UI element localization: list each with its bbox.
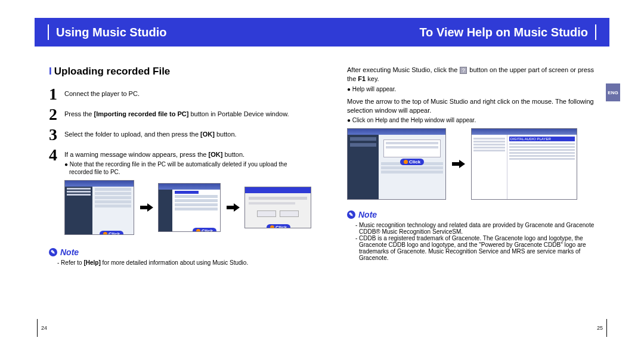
header-bar: Using Music Studio To View Help on Music… xyxy=(35,18,609,47)
step-number: 1 xyxy=(49,86,64,103)
arrow-right-icon xyxy=(227,204,239,211)
section-subheading: IUploading recorded File xyxy=(49,66,311,78)
note-block: ✎ Note Refer to [Help] for more detailed… xyxy=(49,246,311,266)
step-text-suffix: button. xyxy=(215,131,237,138)
note-label: Note xyxy=(358,210,377,219)
arrow-right-icon xyxy=(140,204,152,211)
screenshot-folder: Click xyxy=(158,183,221,232)
screenshot-row: Click DIGITAL AUDIO PLAYER xyxy=(347,128,600,200)
step-text-bold: [Importing recorded file to PC] xyxy=(94,110,189,117)
language-tab: ENG xyxy=(606,83,620,101)
note-suffix: for more detailed information about usin… xyxy=(101,259,248,266)
divider-icon xyxy=(606,319,607,337)
arrow-right-icon xyxy=(452,160,465,168)
step-item: 2 Press the [Importing recorded file to … xyxy=(49,106,311,123)
screenshot-music-studio: Click xyxy=(347,128,446,200)
click-badge: Click xyxy=(193,228,216,232)
steps-list: 1 Connect the player to PC. 2 Press the … xyxy=(49,86,311,176)
click-label: Click xyxy=(409,159,420,165)
screenshot-import: Click xyxy=(64,180,134,235)
step-number: 4 xyxy=(49,147,64,176)
divider-icon xyxy=(48,24,49,40)
step-text-prefix: Select the folder to upload, and then pr… xyxy=(64,131,200,138)
note-bold: [Help] xyxy=(83,259,100,266)
click-label: Click xyxy=(275,225,287,228)
click-badge: Click xyxy=(267,224,290,228)
left-page-content: IUploading recorded File 1 Connect the p… xyxy=(49,66,311,266)
step-body: Select the folder to upload, and then pr… xyxy=(64,126,311,143)
subheading-text: Uploading recorded File xyxy=(54,66,171,77)
note-item: CDDB is a registered trademark of Gracen… xyxy=(347,235,600,261)
right-chapter-title: To View Help on Music Studio xyxy=(419,18,596,47)
step-body: Press the [Importing recorded file to PC… xyxy=(64,106,311,123)
step-text-suffix: button in Portable Device window. xyxy=(188,110,289,117)
step-number: 3 xyxy=(49,126,64,143)
step-item: 3 Select the folder to upload, and then … xyxy=(49,126,311,143)
right-title-text: To View Help on Music Studio xyxy=(419,26,588,39)
page-number-right: 25 xyxy=(597,319,607,337)
note-label: Note xyxy=(60,247,79,257)
step-number: 2 xyxy=(49,106,64,123)
pencil-icon: ✎ xyxy=(49,248,57,256)
help-window-title: DIGITAL AUDIO PLAYER xyxy=(509,137,575,141)
left-chapter-title: Using Music Studio xyxy=(48,18,167,47)
help-icon: ? xyxy=(460,67,467,74)
page-number-left: 24 xyxy=(37,319,47,337)
right-page-content: After executing Music Studio, click the … xyxy=(347,66,600,261)
language-tab-text: ENG xyxy=(608,90,618,95)
step-text-suffix: button. xyxy=(222,151,244,158)
subheading-marker: I xyxy=(49,66,52,77)
page-number-text: 24 xyxy=(41,325,47,331)
intro-text: After executing Music Studio, click the … xyxy=(347,66,600,83)
note-heading: ✎ Note xyxy=(347,210,377,219)
screenshot-help-window: DIGITAL AUDIO PLAYER xyxy=(471,128,577,200)
bullet-click-help: Click on Help and the Help window will a… xyxy=(347,117,600,123)
page-number-text: 25 xyxy=(597,325,603,331)
intro-prefix: After executing Music Studio, click the xyxy=(347,66,459,73)
click-badge: Click xyxy=(100,231,123,235)
intro-suffix: key. xyxy=(366,75,379,82)
step-text-bold: [OK] xyxy=(200,131,215,138)
step-body: Connect the player to PC. xyxy=(64,86,311,103)
step-subnote: Note that the recording file in the PC w… xyxy=(64,160,311,176)
pencil-icon: ✎ xyxy=(347,210,355,219)
step-text-prefix: If a warning message window appears, pre… xyxy=(64,151,209,158)
step-text-bold: [OK] xyxy=(209,151,223,158)
click-label: Click xyxy=(202,228,213,232)
note-item: Music recognition technology and related… xyxy=(347,222,600,235)
step-item: 1 Connect the player to PC. xyxy=(49,86,311,103)
step-item: 4 If a warning message window appears, p… xyxy=(49,147,311,176)
note-body: Refer to [Help] for more detailed inform… xyxy=(49,259,311,266)
screenshot-row: Click Click xyxy=(64,180,311,235)
click-badge: Click xyxy=(400,159,424,165)
para-move-arrow: Move the arrow to the top of Music Studi… xyxy=(347,97,600,115)
note-heading: ✎ Note xyxy=(49,247,79,257)
step-text-prefix: Press the xyxy=(64,110,94,117)
screenshot-warning: Click xyxy=(244,187,311,228)
manual-spread: Using Music Studio To View Help on Music… xyxy=(0,0,644,350)
step-body: If a warning message window appears, pre… xyxy=(64,147,311,176)
bullet-help-appear: Help will appear. xyxy=(347,86,600,92)
divider-icon xyxy=(595,24,596,40)
left-title-text: Using Music Studio xyxy=(56,26,167,39)
note-block: ✎ Note Music recognition technology and … xyxy=(347,208,600,261)
divider-icon xyxy=(37,319,38,337)
note-prefix: Refer to xyxy=(61,259,83,266)
step-text: Connect the player to PC. xyxy=(64,90,140,97)
intro-bold: F1 xyxy=(358,75,366,82)
click-label: Click xyxy=(109,231,120,235)
